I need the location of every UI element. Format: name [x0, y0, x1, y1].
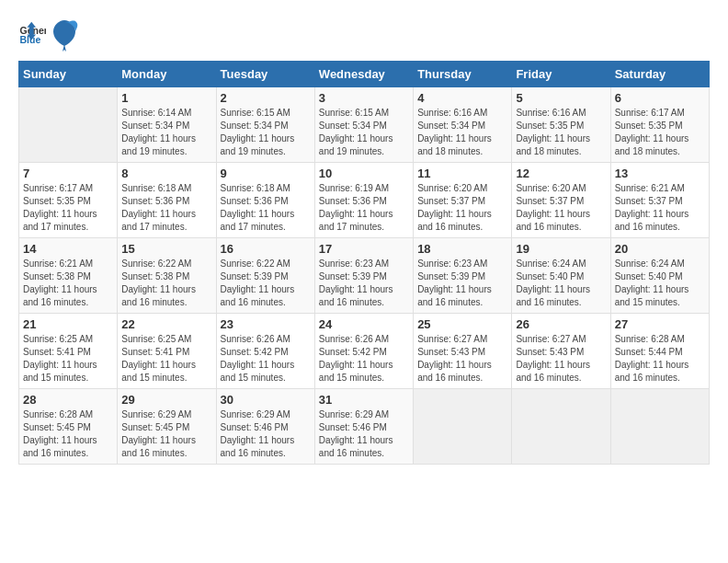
- day-number: 10: [319, 167, 409, 180]
- day-number: 20: [615, 242, 705, 256]
- day-info: Sunrise: 6:23 AM Sunset: 5:39 PM Dayligh…: [319, 258, 409, 309]
- day-number: 15: [121, 242, 211, 256]
- calendar-cell: [512, 389, 610, 465]
- header-day-sunday: Sunday: [19, 62, 118, 87]
- day-number: 26: [516, 317, 606, 331]
- day-info: Sunrise: 6:23 AM Sunset: 5:39 PM Dayligh…: [417, 258, 507, 309]
- day-number: 29: [121, 393, 211, 407]
- day-number: 12: [516, 167, 606, 180]
- day-info: Sunrise: 6:27 AM Sunset: 5:43 PM Dayligh…: [417, 333, 507, 385]
- day-number: 23: [221, 317, 311, 331]
- calendar-cell: 12Sunrise: 6:20 AM Sunset: 5:37 PM Dayli…: [512, 163, 610, 238]
- day-info: Sunrise: 6:24 AM Sunset: 5:40 PM Dayligh…: [615, 258, 705, 309]
- logo-bird-icon: [50, 18, 79, 52]
- header-day-saturday: Saturday: [610, 62, 709, 87]
- day-number: 9: [221, 167, 311, 180]
- calendar-cell: 11Sunrise: 6:20 AM Sunset: 5:37 PM Dayli…: [414, 163, 512, 238]
- calendar-cell: 9Sunrise: 6:18 AM Sunset: 5:36 PM Daylig…: [216, 163, 314, 238]
- calendar-cell: 18Sunrise: 6:23 AM Sunset: 5:39 PM Dayli…: [414, 238, 512, 314]
- calendar-cell: [19, 87, 118, 163]
- day-number: 19: [516, 242, 606, 256]
- calendar-cell: [610, 389, 709, 465]
- day-info: Sunrise: 6:19 AM Sunset: 5:36 PM Dayligh…: [319, 182, 409, 234]
- header-day-thursday: Thursday: [414, 62, 512, 87]
- day-number: 28: [23, 393, 113, 407]
- calendar-week-row: 7Sunrise: 6:17 AM Sunset: 5:35 PM Daylig…: [19, 163, 710, 238]
- calendar-table: SundayMondayTuesdayWednesdayThursdayFrid…: [18, 61, 710, 465]
- calendar-cell: 22Sunrise: 6:25 AM Sunset: 5:41 PM Dayli…: [118, 314, 216, 389]
- calendar-cell: 8Sunrise: 6:18 AM Sunset: 5:36 PM Daylig…: [118, 163, 216, 238]
- day-number: 21: [23, 317, 113, 331]
- day-info: Sunrise: 6:29 AM Sunset: 5:46 PM Dayligh…: [319, 408, 409, 460]
- day-number: 17: [319, 242, 409, 256]
- day-number: 5: [516, 91, 606, 105]
- day-info: Sunrise: 6:26 AM Sunset: 5:42 PM Dayligh…: [319, 333, 409, 385]
- calendar-cell: 2Sunrise: 6:15 AM Sunset: 5:34 PM Daylig…: [216, 87, 314, 163]
- calendar-cell: 4Sunrise: 6:16 AM Sunset: 5:34 PM Daylig…: [414, 87, 512, 163]
- calendar-cell: 13Sunrise: 6:21 AM Sunset: 5:37 PM Dayli…: [610, 163, 709, 238]
- day-info: Sunrise: 6:17 AM Sunset: 5:35 PM Dayligh…: [23, 182, 113, 234]
- calendar-cell: 24Sunrise: 6:26 AM Sunset: 5:42 PM Dayli…: [314, 314, 413, 389]
- day-number: 3: [319, 91, 409, 105]
- day-number: 24: [319, 317, 409, 331]
- day-number: 7: [23, 167, 113, 180]
- day-info: Sunrise: 6:28 AM Sunset: 5:45 PM Dayligh…: [23, 408, 113, 460]
- calendar-cell: [414, 389, 512, 465]
- day-info: Sunrise: 6:21 AM Sunset: 5:37 PM Dayligh…: [615, 182, 705, 234]
- header-day-wednesday: Wednesday: [314, 62, 413, 87]
- calendar-cell: 31Sunrise: 6:29 AM Sunset: 5:46 PM Dayli…: [314, 389, 413, 465]
- day-info: Sunrise: 6:15 AM Sunset: 5:34 PM Dayligh…: [319, 107, 409, 158]
- calendar-cell: 28Sunrise: 6:28 AM Sunset: 5:45 PM Dayli…: [19, 389, 118, 465]
- day-number: 31: [319, 393, 409, 407]
- calendar-week-row: 14Sunrise: 6:21 AM Sunset: 5:38 PM Dayli…: [19, 238, 710, 314]
- day-number: 6: [615, 91, 705, 105]
- header-day-friday: Friday: [512, 62, 610, 87]
- calendar-cell: 25Sunrise: 6:27 AM Sunset: 5:43 PM Dayli…: [414, 314, 512, 389]
- calendar-cell: 7Sunrise: 6:17 AM Sunset: 5:35 PM Daylig…: [19, 163, 118, 238]
- day-info: Sunrise: 6:25 AM Sunset: 5:41 PM Dayligh…: [23, 333, 113, 385]
- day-number: 13: [615, 167, 705, 180]
- day-number: 11: [417, 167, 507, 180]
- day-number: 2: [221, 91, 311, 105]
- calendar-cell: 16Sunrise: 6:22 AM Sunset: 5:39 PM Dayli…: [216, 238, 314, 314]
- day-number: 25: [417, 317, 507, 331]
- day-number: 1: [121, 91, 211, 105]
- day-number: 14: [23, 242, 113, 256]
- day-number: 30: [221, 393, 311, 407]
- day-info: Sunrise: 6:18 AM Sunset: 5:36 PM Dayligh…: [121, 182, 211, 234]
- logo-icon: General Blue: [18, 21, 46, 49]
- day-info: Sunrise: 6:20 AM Sunset: 5:37 PM Dayligh…: [417, 182, 507, 234]
- calendar-cell: 21Sunrise: 6:25 AM Sunset: 5:41 PM Dayli…: [19, 314, 118, 389]
- calendar-cell: 15Sunrise: 6:22 AM Sunset: 5:38 PM Dayli…: [118, 238, 216, 314]
- calendar-week-row: 21Sunrise: 6:25 AM Sunset: 5:41 PM Dayli…: [19, 314, 710, 389]
- day-info: Sunrise: 6:26 AM Sunset: 5:42 PM Dayligh…: [221, 333, 311, 385]
- day-number: 16: [221, 242, 311, 256]
- day-info: Sunrise: 6:29 AM Sunset: 5:46 PM Dayligh…: [221, 408, 311, 460]
- day-info: Sunrise: 6:21 AM Sunset: 5:38 PM Dayligh…: [23, 258, 113, 309]
- calendar-cell: 19Sunrise: 6:24 AM Sunset: 5:40 PM Dayli…: [512, 238, 610, 314]
- calendar-cell: 29Sunrise: 6:29 AM Sunset: 5:45 PM Dayli…: [118, 389, 216, 465]
- day-info: Sunrise: 6:15 AM Sunset: 5:34 PM Dayligh…: [221, 107, 311, 158]
- day-info: Sunrise: 6:18 AM Sunset: 5:36 PM Dayligh…: [221, 182, 311, 234]
- calendar-cell: 6Sunrise: 6:17 AM Sunset: 5:35 PM Daylig…: [610, 87, 709, 163]
- calendar-cell: 17Sunrise: 6:23 AM Sunset: 5:39 PM Dayli…: [314, 238, 413, 314]
- day-number: 8: [121, 167, 211, 180]
- day-info: Sunrise: 6:20 AM Sunset: 5:37 PM Dayligh…: [516, 182, 606, 234]
- calendar-cell: 3Sunrise: 6:15 AM Sunset: 5:34 PM Daylig…: [314, 87, 413, 163]
- calendar-header-row: SundayMondayTuesdayWednesdayThursdayFrid…: [19, 62, 710, 87]
- header-day-tuesday: Tuesday: [216, 62, 314, 87]
- calendar-cell: 1Sunrise: 6:14 AM Sunset: 5:34 PM Daylig…: [118, 87, 216, 163]
- calendar-week-row: 28Sunrise: 6:28 AM Sunset: 5:45 PM Dayli…: [19, 389, 710, 465]
- day-info: Sunrise: 6:28 AM Sunset: 5:44 PM Dayligh…: [615, 333, 705, 385]
- calendar-cell: 30Sunrise: 6:29 AM Sunset: 5:46 PM Dayli…: [216, 389, 314, 465]
- calendar-cell: 14Sunrise: 6:21 AM Sunset: 5:38 PM Dayli…: [19, 238, 118, 314]
- day-info: Sunrise: 6:22 AM Sunset: 5:38 PM Dayligh…: [121, 258, 211, 309]
- day-number: 4: [417, 91, 507, 105]
- page-header: General Blue: [18, 18, 710, 52]
- day-info: Sunrise: 6:14 AM Sunset: 5:34 PM Dayligh…: [121, 107, 211, 158]
- logo: General Blue: [18, 18, 83, 52]
- day-info: Sunrise: 6:25 AM Sunset: 5:41 PM Dayligh…: [121, 333, 211, 385]
- calendar-cell: 20Sunrise: 6:24 AM Sunset: 5:40 PM Dayli…: [610, 238, 709, 314]
- day-info: Sunrise: 6:17 AM Sunset: 5:35 PM Dayligh…: [615, 107, 705, 158]
- calendar-cell: 10Sunrise: 6:19 AM Sunset: 5:36 PM Dayli…: [314, 163, 413, 238]
